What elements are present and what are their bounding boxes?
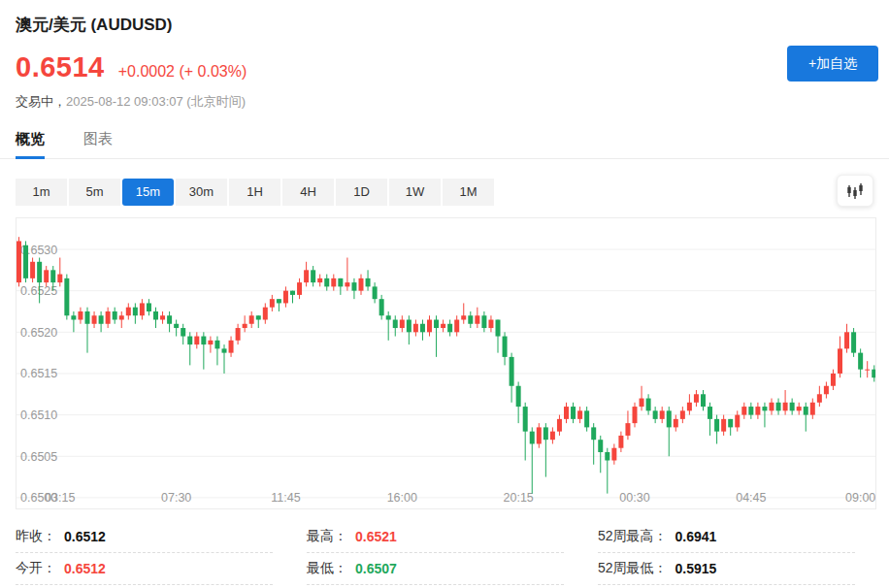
candlestick-svg[interactable]: 0.65300.65250.65200.65150.65100.65050.65… <box>16 218 875 508</box>
svg-text:20:15: 20:15 <box>504 491 534 505</box>
tab-chart[interactable]: 图表 <box>83 124 113 158</box>
trading-status: 交易中， <box>16 94 66 109</box>
timeframe-1m[interactable]: 1m <box>16 179 67 206</box>
stat-52w-low: 52周最低： 0.5915 <box>598 553 855 585</box>
timeframe-15m[interactable]: 15m <box>122 179 174 206</box>
svg-text:0.6515: 0.6515 <box>20 367 57 380</box>
stat-label: 52周最低： <box>598 560 668 577</box>
timeframe-1d[interactable]: 1D <box>336 179 387 206</box>
price-change: +0.0002 (+ 0.03%) <box>118 63 247 81</box>
status-row: 交易中，2025-08-12 09:03:07 (北京时间) <box>16 93 873 111</box>
stat-value: 0.5915 <box>675 561 717 576</box>
stat-label: 最高： <box>307 528 347 545</box>
timeframe-toolbar: 1m 5m 15m 30m 1H 4H 1D 1W 1M <box>16 179 873 207</box>
timeframe-5m[interactable]: 5m <box>69 179 120 206</box>
stat-value: 0.6512 <box>64 561 106 576</box>
svg-text:0.6525: 0.6525 <box>20 284 57 298</box>
timeframe-1w[interactable]: 1W <box>389 179 441 206</box>
svg-text:16:00: 16:00 <box>387 491 417 505</box>
header: 澳元/美元 (AUDUSD) +加自选 0.6514 +0.0002 (+ 0.… <box>0 0 889 111</box>
stat-label: 今开： <box>16 560 56 577</box>
active-tab-underline <box>16 156 45 159</box>
tab-overview[interactable]: 概览 <box>16 124 45 158</box>
svg-text:03:15: 03:15 <box>45 491 75 505</box>
stat-value: 0.6941 <box>675 529 717 544</box>
svg-text:07:30: 07:30 <box>161 491 191 505</box>
stat-label: 昨收： <box>16 528 56 545</box>
svg-text:09:00: 09:00 <box>845 491 875 505</box>
timeframe-30m[interactable]: 30m <box>176 179 227 206</box>
page-title: 澳元/美元 (AUDUSD) <box>16 14 873 36</box>
candlestick-chart-icon <box>845 182 865 200</box>
svg-text:0.6510: 0.6510 <box>20 408 57 422</box>
instrument-overview-page: 澳元/美元 (AUDUSD) +加自选 0.6514 +0.0002 (+ 0.… <box>0 0 889 588</box>
stat-52w-high: 52周最高： 0.6941 <box>598 521 855 553</box>
stat-value: 0.6507 <box>355 561 397 576</box>
svg-text:11:45: 11:45 <box>271 491 300 505</box>
tab-chart-label: 图表 <box>83 130 113 147</box>
stat-high: 最高： 0.6521 <box>307 521 564 553</box>
stat-prev-close: 昨收： 0.6512 <box>16 521 273 553</box>
candlestick-chart[interactable]: 0.65300.65250.65200.65150.65100.65050.65… <box>16 217 876 509</box>
svg-text:0.6520: 0.6520 <box>20 326 57 340</box>
stat-low: 最低： 0.6507 <box>307 553 564 585</box>
stat-value: 0.6521 <box>355 529 397 544</box>
svg-text:04:45: 04:45 <box>736 491 766 505</box>
chart-type-button[interactable] <box>837 175 873 207</box>
stat-label: 最低： <box>307 560 347 577</box>
price-row: 0.6514 +0.0002 (+ 0.03%) <box>16 51 873 83</box>
stat-label: 52周最高： <box>598 528 668 545</box>
stat-open: 今开： 0.6512 <box>16 553 273 585</box>
stat-value: 0.6512 <box>64 529 106 544</box>
timeframe-4h[interactable]: 4H <box>282 179 334 206</box>
svg-text:00:30: 00:30 <box>619 491 649 505</box>
stats-panel: 昨收： 0.6512 最高： 0.6521 52周最高： 0.6941 今开： … <box>16 521 873 585</box>
add-watchlist-button[interactable]: +加自选 <box>787 46 878 82</box>
tab-bar: 概览 图表 <box>0 124 889 159</box>
quote-timestamp: 2025-08-12 09:03:07 (北京时间) <box>66 94 246 109</box>
timeframe-1h[interactable]: 1H <box>229 179 280 206</box>
timeframe-1m-month[interactable]: 1M <box>443 179 494 206</box>
current-price: 0.6514 <box>16 51 105 83</box>
tab-overview-label: 概览 <box>16 130 45 147</box>
timeframe-group: 1m 5m 15m 30m 1H 4H 1D 1W 1M <box>16 179 494 206</box>
svg-text:0.6505: 0.6505 <box>20 450 57 464</box>
